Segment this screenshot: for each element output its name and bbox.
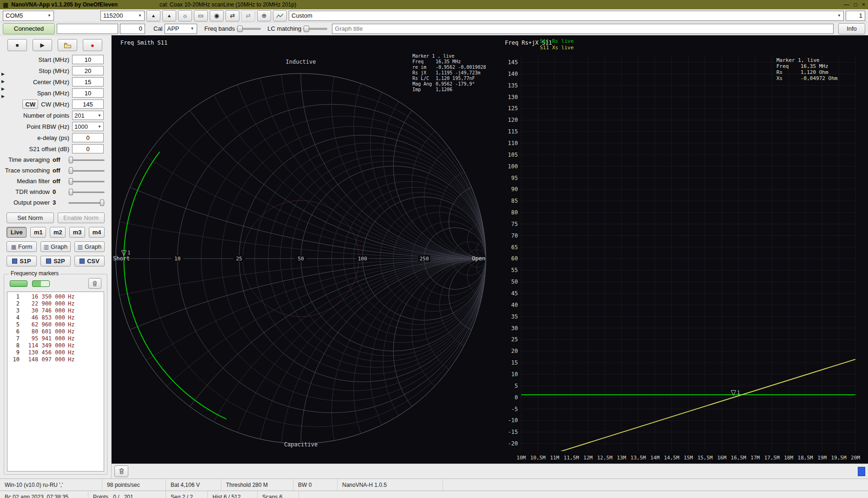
cw-button[interactable]: CW	[22, 100, 38, 109]
marker-color-swatch-2[interactable]	[32, 280, 50, 287]
marker-row[interactable]: 330 746 000Hz	[7, 307, 104, 314]
form-button[interactable]: ▦Form	[7, 241, 37, 252]
zero-value-input[interactable]	[120, 24, 145, 34]
graph-copy-icon: ▥	[78, 244, 83, 250]
graph-button-2[interactable]: ▥Graph	[74, 241, 105, 252]
svg-text:45: 45	[511, 290, 518, 297]
trace-smoothing-slider[interactable]	[68, 167, 105, 174]
center-mhz-input[interactable]	[72, 77, 104, 86]
memory-m1-button[interactable]: m1	[30, 227, 46, 238]
svg-text:110: 110	[508, 140, 518, 146]
display-button[interactable]: ▭	[194, 10, 208, 21]
start-mhz-input[interactable]	[72, 55, 104, 64]
s1p-label: S1P	[20, 258, 31, 265]
play-button[interactable]: ▶	[33, 39, 52, 51]
save-csv-button[interactable]: CSV	[74, 256, 105, 266]
freq-bands-toggle[interactable]	[237, 25, 261, 33]
slider-knob[interactable]	[69, 167, 73, 174]
median-filter-label: Median filter	[17, 178, 50, 185]
expander-arrow-icon[interactable]: ▶	[1, 86, 5, 91]
marker-row[interactable]: 116 350 000Hz	[7, 293, 104, 300]
brightness-button[interactable]: ☼	[178, 10, 192, 21]
screenshot-button[interactable]: ◉	[210, 10, 224, 21]
s21-offset-input[interactable]	[72, 144, 104, 153]
marker-row[interactable]: 8114 349 000Hz	[7, 342, 104, 349]
marker-color-swatch-1[interactable]	[10, 280, 27, 287]
marker-row[interactable]: 680 601 000Hz	[7, 328, 104, 335]
connected-label: Connected	[14, 25, 44, 32]
maximize-button[interactable]: □	[854, 1, 857, 8]
svg-text:100: 100	[508, 163, 518, 170]
marker-row[interactable]: 9130 456 000Hz	[7, 349, 104, 356]
span-mhz-input[interactable]	[72, 88, 104, 98]
toolbar-secondary: Connected Cal APP ▼ Freq bands LC matchi…	[0, 22, 868, 35]
median-filter-slider[interactable]	[68, 178, 105, 185]
edelay-input[interactable]	[72, 133, 104, 142]
memory-m3-button[interactable]: m3	[69, 227, 85, 238]
preset-select[interactable]: Custom ▼	[289, 11, 844, 21]
transfer-button[interactable]: ⇄	[225, 10, 239, 21]
aux-text-input[interactable]	[57, 24, 118, 34]
svg-text:16,5M: 16,5M	[731, 455, 746, 461]
slider-knob[interactable]	[100, 199, 104, 206]
median-filter-value: off	[53, 178, 66, 185]
arrow-up-button-1[interactable]: ▲	[146, 10, 160, 21]
open-folder-button[interactable]	[58, 39, 77, 51]
marker-row[interactable]: 795 941 000Hz	[7, 335, 104, 342]
lc-matching-toggle[interactable]	[303, 25, 327, 33]
index-input[interactable]	[846, 11, 865, 21]
info-button[interactable]: Info	[838, 23, 865, 34]
waveform-button[interactable]	[273, 10, 287, 21]
svg-text:10: 10	[174, 256, 180, 262]
field-row-cw: CW CW (MHz)	[0, 99, 111, 110]
svg-text:15M: 15M	[684, 455, 693, 461]
delete-markers-button[interactable]	[88, 278, 101, 289]
tdr-window-slider[interactable]	[68, 188, 105, 196]
svg-text:5: 5	[515, 383, 518, 389]
output-power-slider[interactable]	[68, 199, 105, 206]
memory-m2-button[interactable]: m2	[50, 227, 66, 238]
expander-arrow-icon[interactable]: ▶	[1, 72, 5, 76]
stop-button[interactable]: ■	[7, 39, 27, 51]
toggle-knob[interactable]	[237, 26, 243, 32]
cw-mhz-input[interactable]	[72, 100, 104, 109]
expander-arrow-icon[interactable]: ▶	[1, 79, 5, 84]
com-port-select[interactable]: COM5 ▼	[3, 11, 54, 21]
frequency-marker-list[interactable]: 116 350 000Hz222 900 000Hz330 746 000Hz4…	[7, 292, 104, 471]
save-s1p-button[interactable]: S1P	[7, 256, 37, 266]
memory-m4-button[interactable]: m4	[89, 227, 105, 238]
memory-live-button[interactable]: Live	[7, 227, 27, 238]
smith-chart-panel: 1025501002501 Freq Smith S11 Inductive C…	[112, 35, 502, 464]
marker-row[interactable]: 446 853 000Hz	[7, 314, 104, 321]
slider-knob[interactable]	[69, 189, 73, 195]
stop-mhz-input[interactable]	[72, 66, 104, 75]
record-button[interactable]: ●	[83, 39, 102, 51]
globe-button[interactable]: ⊕	[257, 10, 271, 21]
set-norm-button[interactable]: Set Norm	[7, 212, 54, 223]
rsxs-chart-svg[interactable]: -20-15-10-505101520253035404550556065707…	[502, 35, 868, 464]
graph-button-1[interactable]: ▥Graph	[40, 241, 71, 252]
smith-chart-svg[interactable]: 1025501002501	[112, 35, 502, 464]
slider-knob[interactable]	[69, 178, 73, 185]
save-s2p-button[interactable]: S2P	[40, 256, 71, 266]
arrow-up-button-2[interactable]: ▲	[162, 10, 176, 21]
status-threshold: Threshold 280 M	[221, 479, 293, 491]
marker-row[interactable]: 10148 097 000Hz	[7, 356, 104, 363]
camera-icon: ◉	[214, 12, 219, 19]
expander-arrow-icon[interactable]: ▶	[1, 94, 5, 99]
marker-row[interactable]: 562 960 000Hz	[7, 321, 104, 328]
slider-knob[interactable]	[69, 157, 73, 163]
time-averaging-slider[interactable]	[68, 156, 105, 164]
cal-mode-select[interactable]: APP ▼	[165, 24, 197, 34]
connected-button[interactable]: Connected	[3, 23, 55, 34]
clear-markers-button[interactable]	[114, 465, 128, 477]
minimize-button[interactable]: —	[844, 1, 849, 8]
toggle-knob[interactable]	[304, 26, 309, 32]
lc-matching-label: LC matching	[267, 25, 301, 32]
baud-rate-select[interactable]: 115200 ▼	[100, 11, 145, 21]
close-button[interactable]: ×	[862, 1, 865, 8]
marker-row[interactable]: 222 900 000Hz	[7, 300, 104, 307]
graph-title-input[interactable]	[332, 24, 834, 34]
number-of-points-select[interactable]: 201 ▼	[72, 111, 104, 120]
point-rbw-select[interactable]: 1000 ▼	[72, 122, 104, 131]
